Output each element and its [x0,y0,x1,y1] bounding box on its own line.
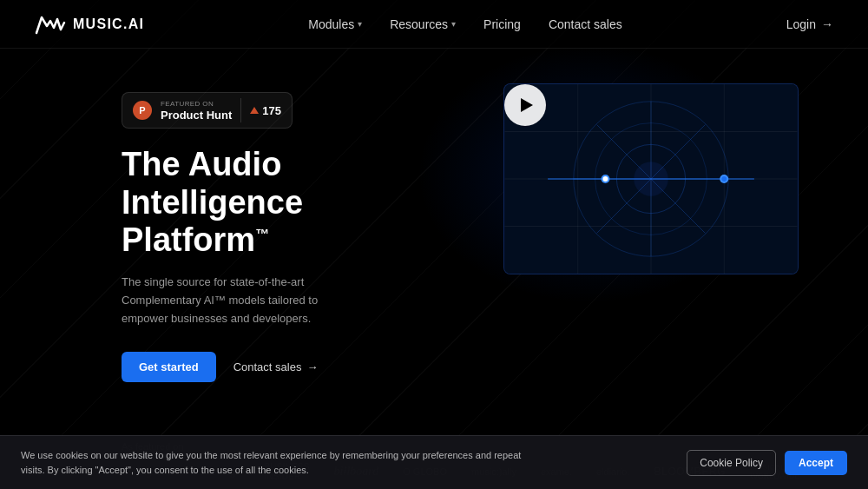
upvote-icon [250,107,259,114]
product-hunt-badge[interactable]: P FEATURED ON Product Hunt 175 [122,92,293,129]
navbar: MUSIC.AI Modules ▾ Resources ▾ Pricing C… [0,0,868,49]
nav-contact-sales[interactable]: Contact sales [549,17,622,31]
cookie-policy-button[interactable]: Cookie Policy [687,450,776,476]
product-hunt-label: FEATURED ON Product Hunt [161,101,232,121]
product-hunt-logo: P [133,101,152,120]
play-button[interactable] [504,84,546,126]
cookie-banner: We use cookies on our website to give yo… [0,435,868,489]
contact-sales-button[interactable]: Contact sales → [233,360,319,373]
logo[interactable]: MUSIC.AI [35,14,144,35]
right-panel [469,83,833,274]
product-hunt-votes: 175 [250,104,281,117]
cookie-text: We use cookies on our website to give yo… [21,448,542,477]
cta-row: Get started Contact sales → [122,352,417,382]
svg-point-20 [603,176,608,182]
video-container[interactable] [503,83,799,274]
arrow-icon: → [306,360,318,373]
logo-icon [35,14,66,35]
nav-modules[interactable]: Modules ▾ [308,17,362,31]
svg-point-22 [721,176,727,182]
chevron-down-icon: ▾ [451,19,456,29]
nav-resources[interactable]: Resources ▾ [390,17,456,31]
chevron-down-icon: ▾ [358,19,362,29]
ph-divider [240,98,241,122]
play-icon [521,98,533,112]
cookie-actions: Cookie Policy Accept [687,450,847,476]
get-started-button[interactable]: Get started [122,352,216,382]
arrow-icon: → [821,17,833,31]
svg-point-23 [634,162,668,196]
hero-description: The single source for state-of-the-art C… [122,274,365,327]
accept-button[interactable]: Accept [785,451,847,475]
hero-heading: The Audio Intelligence Platform™ [122,146,417,260]
nav-center: Modules ▾ Resources ▾ Pricing Contact sa… [308,17,621,31]
main-content: P FEATURED ON Product Hunt 175 The Audio… [0,49,868,441]
nav-login[interactable]: Login → [786,17,833,31]
nav-pricing[interactable]: Pricing [483,17,521,31]
logo-text: MUSIC.AI [73,17,144,32]
left-panel: P FEATURED ON Product Hunt 175 The Audio… [122,83,417,382]
visualizer-svg [504,84,798,274]
